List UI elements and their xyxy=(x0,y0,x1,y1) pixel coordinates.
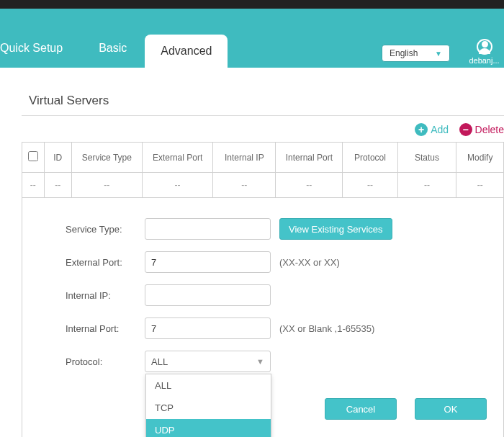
external-port-hint: (XX-XX or XX) xyxy=(279,257,340,268)
virtual-servers-table: ID Service Type External Port Internal I… xyxy=(22,142,504,198)
protocol-option-udp[interactable]: UDP xyxy=(146,419,271,437)
username-label: debanj... xyxy=(464,56,504,65)
view-existing-button[interactable]: View Existing Services xyxy=(279,218,392,240)
protocol-option-all[interactable]: ALL xyxy=(146,374,271,397)
protocol-select[interactable]: ALL ▼ ALL TCP UDP xyxy=(145,351,271,372)
quick-setup-tab[interactable]: Quick Setup xyxy=(0,35,81,68)
advanced-tab[interactable]: Advanced xyxy=(145,35,228,68)
cancel-button[interactable]: Cancel xyxy=(325,398,397,420)
service-type-input[interactable] xyxy=(145,218,271,240)
page-title: Virtual Servers xyxy=(0,68,504,115)
col-modify: Modify xyxy=(456,143,504,173)
external-port-label: External Port: xyxy=(22,257,145,268)
internal-ip-input[interactable] xyxy=(145,284,271,306)
col-service-type: Service Type xyxy=(71,143,142,173)
minus-icon: − xyxy=(459,123,472,136)
internal-port-hint: (XX or Blank ,1-65535) xyxy=(279,323,374,334)
add-label: Add xyxy=(431,124,449,135)
protocol-selected-value: ALL xyxy=(151,356,168,367)
delete-label: Delete xyxy=(475,124,504,135)
avatar-icon xyxy=(477,39,492,55)
edit-form: Service Type: View Existing Services Ext… xyxy=(22,198,504,437)
language-value: English xyxy=(390,48,418,58)
col-id: ID xyxy=(44,143,71,173)
delete-button[interactable]: − Delete xyxy=(459,123,504,136)
ok-button[interactable]: OK xyxy=(415,398,487,420)
col-protocol: Protocol xyxy=(343,143,397,173)
header-checkbox-cell xyxy=(22,143,45,173)
col-internal-ip: Internal IP xyxy=(213,143,276,173)
col-external-port: External Port xyxy=(142,143,212,173)
table-row: -- -- -- -- -- -- -- -- -- xyxy=(22,173,504,198)
protocol-option-tcp[interactable]: TCP xyxy=(146,397,271,419)
chevron-down-icon: ▼ xyxy=(435,50,442,58)
language-select[interactable]: English ▼ xyxy=(382,45,450,62)
user-menu[interactable]: debanj... xyxy=(464,39,504,65)
col-internal-port: Internal Port xyxy=(276,143,343,173)
external-port-input[interactable] xyxy=(145,251,271,273)
internal-port-label: Internal Port: xyxy=(22,323,145,334)
protocol-dropdown: ALL TCP UDP xyxy=(145,374,271,437)
add-button[interactable]: + Add xyxy=(415,123,449,136)
plus-icon: + xyxy=(415,123,428,136)
internal-port-input[interactable] xyxy=(145,317,271,339)
protocol-label: Protocol: xyxy=(22,356,145,367)
internal-ip-label: Internal IP: xyxy=(22,290,145,301)
caret-down-icon: ▼ xyxy=(256,357,264,366)
basic-tab[interactable]: Basic xyxy=(81,35,145,68)
select-all-checkbox[interactable] xyxy=(28,151,38,161)
service-type-label: Service Type: xyxy=(22,224,145,235)
top-header: Quick Setup Basic Advanced English ▼ deb… xyxy=(0,9,504,68)
col-status: Status xyxy=(397,143,456,173)
